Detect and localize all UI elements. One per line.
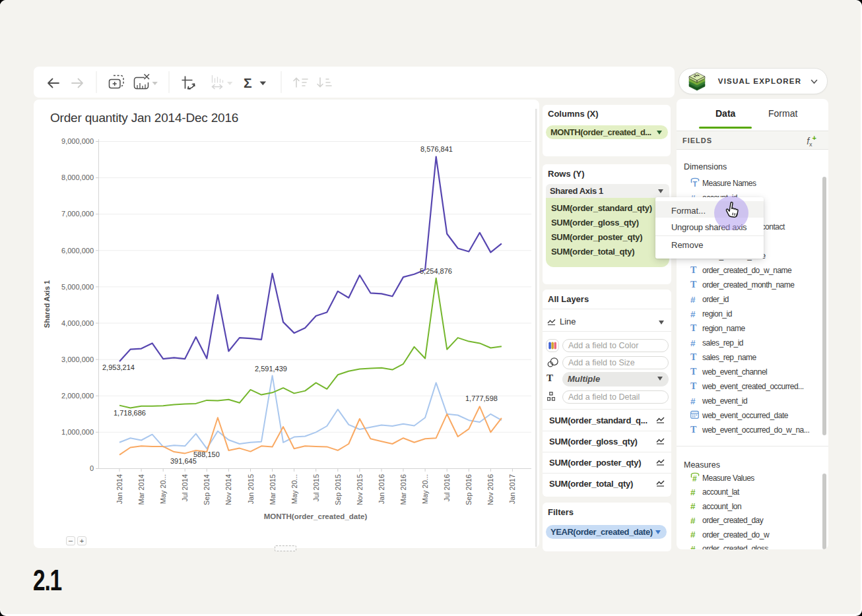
svg-text:Mar 2014: Mar 2014 [137, 474, 145, 505]
svg-text:4,000,000: 4,000,000 [61, 319, 94, 327]
svg-text:Mar 2016: Mar 2016 [399, 474, 407, 505]
svg-text:6,000,000: 6,000,000 [61, 247, 94, 255]
svg-text:9,000,000: 9,000,000 [61, 137, 94, 145]
svg-text:8,576,841: 8,576,841 [420, 145, 453, 153]
svg-text:Jan 2017: Jan 2017 [508, 474, 516, 504]
svg-text:588,150: 588,150 [193, 450, 220, 458]
svg-text:2,000,000: 2,000,000 [61, 392, 94, 400]
svg-text:Nov 2014: Nov 2014 [224, 474, 232, 505]
svg-text:5,254,876: 5,254,876 [420, 267, 452, 275]
svg-text:2,953,214: 2,953,214 [102, 363, 135, 371]
svg-text:Nov 2015: Nov 2015 [356, 474, 364, 505]
svg-text:Sep 2015: Sep 2015 [334, 474, 342, 505]
svg-text:1,777,598: 1,777,598 [465, 394, 498, 402]
svg-text:5,000,000: 5,000,000 [61, 283, 94, 291]
svg-text:Shared Axis 1: Shared Axis 1 [43, 280, 51, 328]
svg-text:T: T [693, 180, 698, 188]
svg-text:7,000,000: 7,000,000 [61, 210, 94, 218]
svg-text:MONTH(order_created_date): MONTH(order_created_date) [264, 512, 368, 520]
svg-text:May 20...: May 20... [290, 474, 298, 504]
svg-text:1,000,000: 1,000,000 [61, 428, 94, 436]
svg-text:3,000,000: 3,000,000 [61, 355, 94, 363]
svg-text:#: # [692, 474, 697, 482]
svg-text:Nov 2016: Nov 2016 [486, 474, 494, 505]
svg-text:0: 0 [90, 464, 94, 472]
svg-text:1,718,686: 1,718,686 [114, 409, 146, 417]
svg-text:Jul 2015: Jul 2015 [312, 474, 320, 502]
svg-text:Jan 2015: Jan 2015 [247, 474, 255, 504]
svg-text:Jan 2016: Jan 2016 [378, 474, 385, 504]
svg-text:Σ: Σ [244, 75, 252, 90]
svg-text:Mar 2015: Mar 2015 [269, 474, 277, 505]
svg-text:2,591,439: 2,591,439 [255, 365, 287, 373]
svg-text:Jul 2016: Jul 2016 [443, 474, 451, 502]
svg-text:May 20...: May 20... [421, 474, 429, 504]
svg-text:May 20...: May 20... [159, 474, 167, 504]
svg-text:Jul 2014: Jul 2014 [181, 474, 189, 502]
svg-text:8,000,000: 8,000,000 [61, 173, 94, 181]
svg-text:391,645: 391,645 [170, 457, 197, 465]
svg-text:Sep 2014: Sep 2014 [203, 474, 211, 505]
svg-text:Jan 2014: Jan 2014 [116, 474, 123, 504]
svg-text:Sep 2016: Sep 2016 [465, 474, 473, 505]
